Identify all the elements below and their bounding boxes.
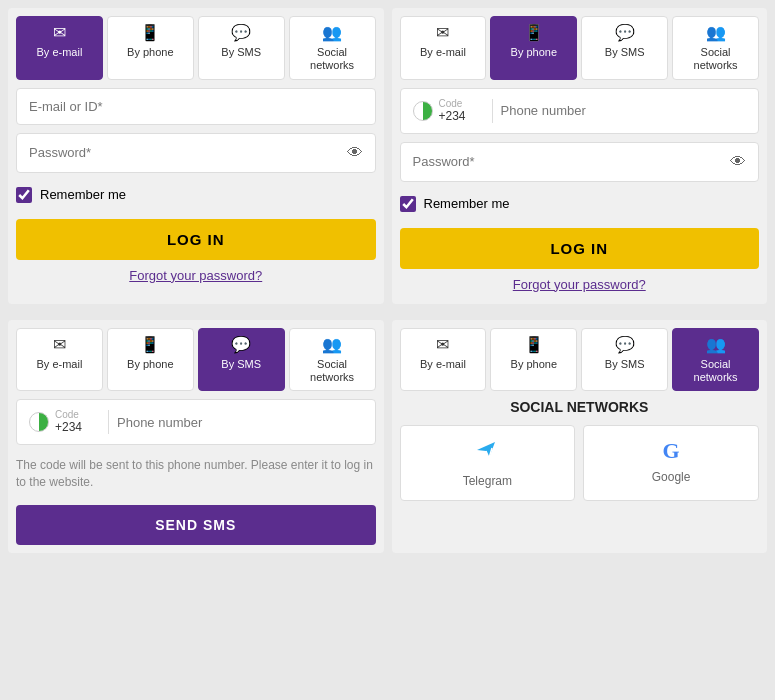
tab-by-phone[interactable]: 📱 By phone <box>107 16 194 80</box>
login-button-2[interactable]: LOG IN <box>400 228 760 269</box>
tab-social-3[interactable]: 👥 Social networks <box>289 328 376 392</box>
code-label: Code <box>439 99 466 109</box>
tab-row-phone: ✉ By e-mail 📱 By phone 💬 By SMS 👥 Social… <box>400 16 760 80</box>
phone-login-panel: ✉ By e-mail 📱 By phone 💬 By SMS 👥 Social… <box>392 8 768 304</box>
email-icon-2: ✉ <box>436 23 449 42</box>
sms-code-value: +234 <box>55 420 82 434</box>
country-code-container: Code +234 <box>439 99 466 123</box>
google-login-button[interactable]: G Google <box>583 425 759 501</box>
country-flag <box>413 101 433 121</box>
forgot-password-link[interactable]: Forgot your password? <box>16 268 376 283</box>
sms-country-flag <box>29 412 49 432</box>
tab-social-4[interactable]: 👥 Social networks <box>672 328 759 392</box>
send-sms-button[interactable]: SEND SMS <box>16 505 376 545</box>
tab-social[interactable]: 👥 Social networks <box>289 16 376 80</box>
sms-icon: 💬 <box>231 23 251 42</box>
telegram-login-button[interactable]: Telegram <box>400 425 576 501</box>
email-icon-4: ✉ <box>436 335 449 354</box>
toggle-password-icon-2[interactable]: 👁 <box>730 153 746 171</box>
remember-me-label: Remember me <box>40 187 126 202</box>
tab-row-sms: ✉ By e-mail 📱 By phone 💬 By SMS 👥 Social… <box>16 328 376 392</box>
toggle-password-icon[interactable]: 👁 <box>347 144 363 162</box>
phone-icon: 📱 <box>140 23 160 42</box>
tab-by-sms-3[interactable]: 💬 By SMS <box>198 328 285 392</box>
sms-info-text: The code will be sent to this phone numb… <box>16 453 376 495</box>
tab-by-sms-4[interactable]: 💬 By SMS <box>581 328 668 392</box>
sms-icon-4: 💬 <box>615 335 635 354</box>
sms-phone-prefix: Code +234 <box>29 410 109 434</box>
email-input[interactable] <box>29 99 363 114</box>
sms-icon-2: 💬 <box>615 23 635 42</box>
google-icon: G <box>663 438 680 464</box>
tab-by-sms-2[interactable]: 💬 By SMS <box>581 16 668 80</box>
password-input[interactable] <box>29 145 339 160</box>
social-icon-3: 👥 <box>322 335 342 354</box>
email-login-panel: ✉ By e-mail 📱 By phone 💬 By SMS 👥 Social… <box>8 8 384 304</box>
tab-by-email-4[interactable]: ✉ By e-mail <box>400 328 487 392</box>
sms-code-container: Code +234 <box>55 410 82 434</box>
social-icon-4: 👥 <box>706 335 726 354</box>
email-field-group <box>16 88 376 125</box>
code-value: +234 <box>439 109 466 123</box>
tab-by-email[interactable]: ✉ By e-mail <box>16 16 103 80</box>
tab-by-email-2[interactable]: ✉ By e-mail <box>400 16 487 80</box>
email-icon: ✉ <box>53 23 66 42</box>
tab-by-sms[interactable]: 💬 By SMS <box>198 16 285 80</box>
email-icon-3: ✉ <box>53 335 66 354</box>
phone-prefix: Code +234 <box>413 99 493 123</box>
sms-phone-field-group: Code +234 <box>16 399 376 445</box>
tab-by-phone-4[interactable]: 📱 By phone <box>490 328 577 392</box>
tab-by-phone-2[interactable]: 📱 By phone <box>490 16 577 80</box>
telegram-icon <box>475 438 499 468</box>
phone-number-input[interactable] <box>501 103 747 118</box>
sms-login-panel: ✉ By e-mail 📱 By phone 💬 By SMS 👥 Social… <box>8 320 384 553</box>
forgot-password-link-2[interactable]: Forgot your password? <box>400 277 760 292</box>
remember-me-checkbox-2[interactable] <box>400 196 416 212</box>
sms-icon-3: 💬 <box>231 335 251 354</box>
phone-icon-3: 📱 <box>140 335 160 354</box>
password-input-2[interactable] <box>413 154 723 169</box>
tab-row-email: ✉ By e-mail 📱 By phone 💬 By SMS 👥 Social… <box>16 16 376 80</box>
social-networks-title: SOCIAL NETWORKS <box>400 399 760 415</box>
password-field-group-2: 👁 <box>400 142 760 182</box>
social-buttons-row: Telegram G Google <box>400 425 760 501</box>
tab-social-2[interactable]: 👥 Social networks <box>672 16 759 80</box>
sms-phone-input[interactable] <box>117 415 363 430</box>
tab-by-email-3[interactable]: ✉ By e-mail <box>16 328 103 392</box>
social-networks-section: SOCIAL NETWORKS Telegram G Google <box>400 399 760 501</box>
password-field-group: 👁 <box>16 133 376 173</box>
phone-field-group: Code +234 <box>400 88 760 134</box>
tab-by-phone-3[interactable]: 📱 By phone <box>107 328 194 392</box>
tab-row-social: ✉ By e-mail 📱 By phone 💬 By SMS 👥 Social… <box>400 328 760 392</box>
sms-code-label: Code <box>55 410 82 420</box>
remember-me-checkbox[interactable] <box>16 187 32 203</box>
remember-me-row-2: Remember me <box>400 190 760 218</box>
login-button[interactable]: LOG IN <box>16 219 376 260</box>
social-icon: 👥 <box>322 23 342 42</box>
phone-icon-2: 📱 <box>524 23 544 42</box>
remember-me-row: Remember me <box>16 181 376 209</box>
social-icon-2: 👥 <box>706 23 726 42</box>
remember-me-label-2: Remember me <box>424 196 510 211</box>
social-login-panel: ✉ By e-mail 📱 By phone 💬 By SMS 👥 Social… <box>392 320 768 553</box>
phone-icon-4: 📱 <box>524 335 544 354</box>
